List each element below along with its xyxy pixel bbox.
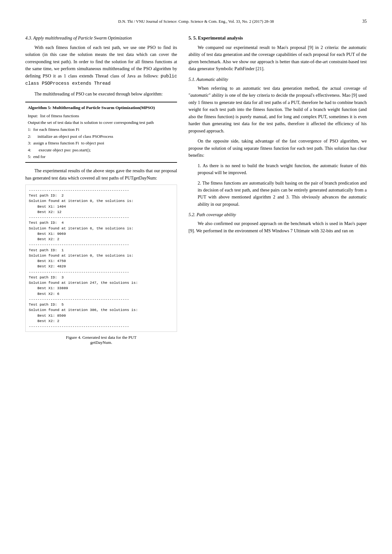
right-para-4: We also confirmed our proposed approach … <box>188 220 367 234</box>
section-5-title: 5. Experimental analysis <box>193 35 243 40</box>
journal-header: D.N. Thi / VNU Journal of Science: Comp.… <box>25 19 367 24</box>
left-para-1: With each fitness function of each test … <box>25 44 177 87</box>
figure-4-caption-line1: Figure 4. Generated test data for the PU… <box>66 335 136 340</box>
two-column-layout: 4.3. Apply multithreading of Particle Sw… <box>25 35 367 347</box>
algorithm-box: Algorithm 5: Multithreading of Particle … <box>25 102 177 163</box>
page: D.N. Thi / VNU Journal of Science: Comp.… <box>0 0 392 554</box>
left-column: 4.3. Apply multithreading of Particle Sw… <box>25 35 177 347</box>
section-4-3-title: 4.3. Apply multithreading of Particle Sw… <box>25 35 177 41</box>
algo-line-5: 5: end for <box>28 153 175 160</box>
right-para-3: On the opposite side, taking advantage o… <box>188 137 367 159</box>
right-para-1: We compared our experimental result to M… <box>188 44 367 72</box>
right-para-2: When referring to an automatic test data… <box>188 85 367 134</box>
right-para-benefit1: 1. As there is no need to build the bran… <box>198 162 367 176</box>
section-5-1-title: 5.1. Automatic ability <box>188 77 367 82</box>
algo-line-3: 3: assign a fitness function Fi to objec… <box>28 140 175 147</box>
algo-line-2: 2: initialize an object psoi of class PS… <box>28 133 175 140</box>
inline-code-1: public class PSOProcess extends Thread <box>25 74 177 86</box>
section-5-heading: 5. 5. Experimental analysis <box>188 35 367 41</box>
italic-automatic: automatic <box>190 93 209 98</box>
right-para-benefit2: 2. The fitness functions are automatical… <box>198 180 367 208</box>
figure-4-caption: Figure 4. Generated test data for the PU… <box>25 335 177 345</box>
right-column: 5. 5. Experimental analysis We compared … <box>188 35 367 347</box>
algo-line-input: Input: list of fitness functions <box>28 113 175 119</box>
algo-line-4: 4: execute object pso: pso.start(); <box>28 147 175 154</box>
left-para-3: The experimental results of the above st… <box>25 167 177 181</box>
figure-4-caption-line2: getDayNum. <box>90 340 112 345</box>
algo-line-output: Output:the set of test data that is solu… <box>28 119 175 126</box>
section-5-2-title: 5.2. Path coverage ability <box>188 212 367 217</box>
algo-title: Algorithm 5: Multithreading of Particle … <box>28 104 175 111</box>
page-number: 35 <box>362 19 367 24</box>
header-text: D.N. Thi / VNU Journal of Science: Comp.… <box>118 19 274 24</box>
left-para-2: The multithreading of PSO can be execute… <box>25 90 177 97</box>
code-block-figure4: ----------------------------------------… <box>25 185 177 332</box>
section-5-number: 5. <box>188 35 193 40</box>
algo-line-1: 1: for each fitness function Fi <box>28 126 175 133</box>
